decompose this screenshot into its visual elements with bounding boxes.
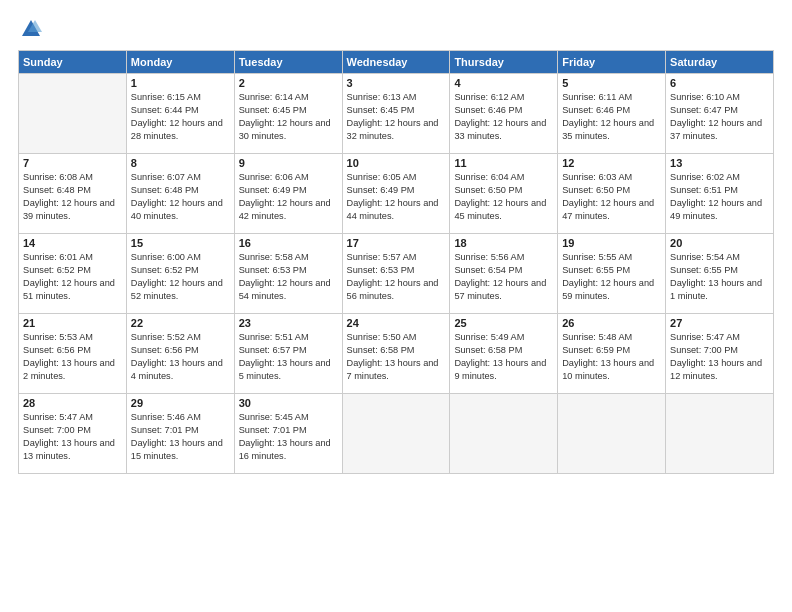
day-detail: Sunrise: 5:58 AMSunset: 6:53 PMDaylight:… — [239, 251, 338, 303]
day-detail: Sunrise: 6:10 AMSunset: 6:47 PMDaylight:… — [670, 91, 769, 143]
day-detail: Sunrise: 5:47 AMSunset: 7:00 PMDaylight:… — [23, 411, 122, 463]
day-cell: 9Sunrise: 6:06 AMSunset: 6:49 PMDaylight… — [234, 154, 342, 234]
day-cell: 26Sunrise: 5:48 AMSunset: 6:59 PMDayligh… — [558, 314, 666, 394]
day-number: 10 — [347, 157, 446, 169]
header-cell-saturday: Saturday — [666, 51, 774, 74]
day-detail: Sunrise: 6:15 AMSunset: 6:44 PMDaylight:… — [131, 91, 230, 143]
day-detail: Sunrise: 6:08 AMSunset: 6:48 PMDaylight:… — [23, 171, 122, 223]
day-number: 28 — [23, 397, 122, 409]
day-cell — [19, 74, 127, 154]
day-cell: 15Sunrise: 6:00 AMSunset: 6:52 PMDayligh… — [126, 234, 234, 314]
day-number: 17 — [347, 237, 446, 249]
day-number: 13 — [670, 157, 769, 169]
day-cell: 3Sunrise: 6:13 AMSunset: 6:45 PMDaylight… — [342, 74, 450, 154]
day-detail: Sunrise: 5:55 AMSunset: 6:55 PMDaylight:… — [562, 251, 661, 303]
day-cell: 20Sunrise: 5:54 AMSunset: 6:55 PMDayligh… — [666, 234, 774, 314]
day-cell: 18Sunrise: 5:56 AMSunset: 6:54 PMDayligh… — [450, 234, 558, 314]
day-cell: 8Sunrise: 6:07 AMSunset: 6:48 PMDaylight… — [126, 154, 234, 234]
day-detail: Sunrise: 5:53 AMSunset: 6:56 PMDaylight:… — [23, 331, 122, 383]
day-number: 6 — [670, 77, 769, 89]
week-row-1: 7Sunrise: 6:08 AMSunset: 6:48 PMDaylight… — [19, 154, 774, 234]
day-detail: Sunrise: 6:05 AMSunset: 6:49 PMDaylight:… — [347, 171, 446, 223]
day-cell: 25Sunrise: 5:49 AMSunset: 6:58 PMDayligh… — [450, 314, 558, 394]
day-detail: Sunrise: 6:02 AMSunset: 6:51 PMDaylight:… — [670, 171, 769, 223]
day-detail: Sunrise: 5:57 AMSunset: 6:53 PMDaylight:… — [347, 251, 446, 303]
day-number: 3 — [347, 77, 446, 89]
week-row-3: 21Sunrise: 5:53 AMSunset: 6:56 PMDayligh… — [19, 314, 774, 394]
day-detail: Sunrise: 5:46 AMSunset: 7:01 PMDaylight:… — [131, 411, 230, 463]
header-cell-monday: Monday — [126, 51, 234, 74]
day-cell: 2Sunrise: 6:14 AMSunset: 6:45 PMDaylight… — [234, 74, 342, 154]
day-number: 27 — [670, 317, 769, 329]
day-number: 16 — [239, 237, 338, 249]
day-number: 2 — [239, 77, 338, 89]
day-cell: 19Sunrise: 5:55 AMSunset: 6:55 PMDayligh… — [558, 234, 666, 314]
header-cell-thursday: Thursday — [450, 51, 558, 74]
day-detail: Sunrise: 5:48 AMSunset: 6:59 PMDaylight:… — [562, 331, 661, 383]
day-number: 25 — [454, 317, 553, 329]
day-detail: Sunrise: 6:11 AMSunset: 6:46 PMDaylight:… — [562, 91, 661, 143]
day-detail: Sunrise: 6:03 AMSunset: 6:50 PMDaylight:… — [562, 171, 661, 223]
day-cell: 1Sunrise: 6:15 AMSunset: 6:44 PMDaylight… — [126, 74, 234, 154]
week-row-4: 28Sunrise: 5:47 AMSunset: 7:00 PMDayligh… — [19, 394, 774, 474]
day-cell: 11Sunrise: 6:04 AMSunset: 6:50 PMDayligh… — [450, 154, 558, 234]
header — [18, 18, 774, 40]
day-number: 22 — [131, 317, 230, 329]
logo — [18, 18, 42, 40]
day-cell: 24Sunrise: 5:50 AMSunset: 6:58 PMDayligh… — [342, 314, 450, 394]
day-detail: Sunrise: 6:06 AMSunset: 6:49 PMDaylight:… — [239, 171, 338, 223]
day-cell: 14Sunrise: 6:01 AMSunset: 6:52 PMDayligh… — [19, 234, 127, 314]
day-cell — [666, 394, 774, 474]
day-cell: 30Sunrise: 5:45 AMSunset: 7:01 PMDayligh… — [234, 394, 342, 474]
day-cell: 17Sunrise: 5:57 AMSunset: 6:53 PMDayligh… — [342, 234, 450, 314]
calendar-table: SundayMondayTuesdayWednesdayThursdayFrid… — [18, 50, 774, 474]
day-number: 12 — [562, 157, 661, 169]
day-detail: Sunrise: 6:04 AMSunset: 6:50 PMDaylight:… — [454, 171, 553, 223]
header-row: SundayMondayTuesdayWednesdayThursdayFrid… — [19, 51, 774, 74]
day-cell: 23Sunrise: 5:51 AMSunset: 6:57 PMDayligh… — [234, 314, 342, 394]
day-number: 19 — [562, 237, 661, 249]
day-number: 14 — [23, 237, 122, 249]
header-cell-friday: Friday — [558, 51, 666, 74]
day-cell — [558, 394, 666, 474]
day-detail: Sunrise: 6:00 AMSunset: 6:52 PMDaylight:… — [131, 251, 230, 303]
day-detail: Sunrise: 6:12 AMSunset: 6:46 PMDaylight:… — [454, 91, 553, 143]
day-detail: Sunrise: 5:51 AMSunset: 6:57 PMDaylight:… — [239, 331, 338, 383]
day-cell: 5Sunrise: 6:11 AMSunset: 6:46 PMDaylight… — [558, 74, 666, 154]
calendar-page: SundayMondayTuesdayWednesdayThursdayFrid… — [0, 0, 792, 612]
day-number: 21 — [23, 317, 122, 329]
day-detail: Sunrise: 5:52 AMSunset: 6:56 PMDaylight:… — [131, 331, 230, 383]
day-detail: Sunrise: 5:54 AMSunset: 6:55 PMDaylight:… — [670, 251, 769, 303]
day-number: 1 — [131, 77, 230, 89]
day-cell: 6Sunrise: 6:10 AMSunset: 6:47 PMDaylight… — [666, 74, 774, 154]
day-cell: 10Sunrise: 6:05 AMSunset: 6:49 PMDayligh… — [342, 154, 450, 234]
day-cell — [342, 394, 450, 474]
day-detail: Sunrise: 6:13 AMSunset: 6:45 PMDaylight:… — [347, 91, 446, 143]
day-detail: Sunrise: 5:50 AMSunset: 6:58 PMDaylight:… — [347, 331, 446, 383]
header-cell-tuesday: Tuesday — [234, 51, 342, 74]
day-cell: 28Sunrise: 5:47 AMSunset: 7:00 PMDayligh… — [19, 394, 127, 474]
header-cell-wednesday: Wednesday — [342, 51, 450, 74]
day-detail: Sunrise: 5:56 AMSunset: 6:54 PMDaylight:… — [454, 251, 553, 303]
day-number: 29 — [131, 397, 230, 409]
day-number: 15 — [131, 237, 230, 249]
header-cell-sunday: Sunday — [19, 51, 127, 74]
day-cell: 4Sunrise: 6:12 AMSunset: 6:46 PMDaylight… — [450, 74, 558, 154]
day-detail: Sunrise: 5:47 AMSunset: 7:00 PMDaylight:… — [670, 331, 769, 383]
day-cell: 16Sunrise: 5:58 AMSunset: 6:53 PMDayligh… — [234, 234, 342, 314]
week-row-0: 1Sunrise: 6:15 AMSunset: 6:44 PMDaylight… — [19, 74, 774, 154]
logo-icon — [20, 18, 42, 40]
day-cell: 13Sunrise: 6:02 AMSunset: 6:51 PMDayligh… — [666, 154, 774, 234]
day-number: 9 — [239, 157, 338, 169]
day-number: 30 — [239, 397, 338, 409]
day-cell — [450, 394, 558, 474]
day-number: 24 — [347, 317, 446, 329]
day-number: 26 — [562, 317, 661, 329]
day-cell: 12Sunrise: 6:03 AMSunset: 6:50 PMDayligh… — [558, 154, 666, 234]
day-cell: 21Sunrise: 5:53 AMSunset: 6:56 PMDayligh… — [19, 314, 127, 394]
day-number: 23 — [239, 317, 338, 329]
day-detail: Sunrise: 6:14 AMSunset: 6:45 PMDaylight:… — [239, 91, 338, 143]
day-number: 4 — [454, 77, 553, 89]
day-detail: Sunrise: 6:07 AMSunset: 6:48 PMDaylight:… — [131, 171, 230, 223]
day-number: 5 — [562, 77, 661, 89]
